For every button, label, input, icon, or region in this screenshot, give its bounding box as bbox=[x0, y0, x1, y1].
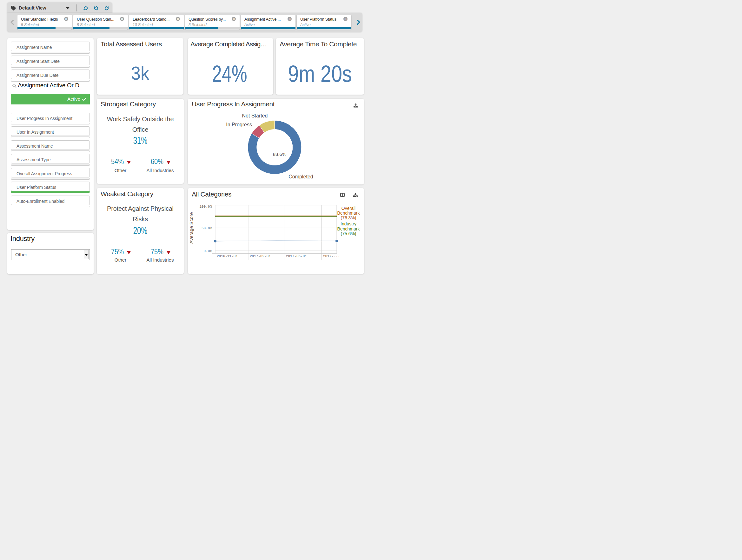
svg-text:Industry: Industry bbox=[340, 221, 356, 226]
svg-text:Not Started: Not Started bbox=[242, 113, 268, 118]
svg-text:Average Score: Average Score bbox=[189, 212, 194, 244]
svg-text:Benchmark: Benchmark bbox=[337, 210, 360, 215]
svg-text:(76.3%): (76.3%) bbox=[340, 215, 356, 220]
svg-text:2017-...: 2017-... bbox=[323, 254, 340, 258]
svg-text:Overall: Overall bbox=[341, 206, 356, 211]
svg-text:50.0%: 50.0% bbox=[202, 226, 212, 230]
svg-text:100.0%: 100.0% bbox=[199, 205, 212, 209]
svg-text:Completed: Completed bbox=[288, 174, 313, 180]
svg-text:2016-11-01: 2016-11-01 bbox=[217, 254, 238, 258]
svg-text:83.6%: 83.6% bbox=[273, 151, 286, 157]
svg-text:(75.6%): (75.6%) bbox=[340, 231, 356, 236]
svg-text:0.0%: 0.0% bbox=[204, 249, 212, 253]
svg-text:2017-02-01: 2017-02-01 bbox=[250, 254, 271, 258]
svg-text:Benchmark: Benchmark bbox=[337, 226, 360, 232]
svg-text:2017-05-01: 2017-05-01 bbox=[286, 254, 307, 258]
svg-text:In Progress: In Progress bbox=[226, 122, 252, 127]
